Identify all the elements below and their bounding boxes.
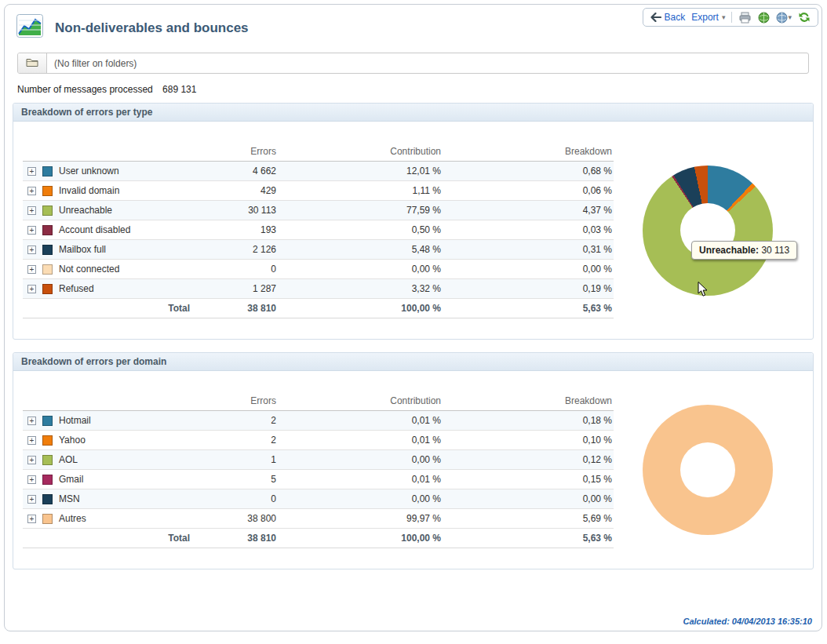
panel-errors-per-type: Breakdown of errors per type Errors Cont… <box>13 103 814 340</box>
globe-icon[interactable]: ▾ <box>776 12 792 24</box>
row-label: Refused <box>59 283 94 294</box>
errors-per-type-table: Errors Contribution Breakdown +User unkn… <box>23 142 614 318</box>
series-color-swatch <box>42 225 53 235</box>
panel-errors-per-domain: Breakdown of errors per domain Errors Co… <box>13 352 814 569</box>
row-label: Yahoo <box>59 435 86 446</box>
contribution-value: 99,97 % <box>278 509 443 529</box>
expand-icon[interactable]: + <box>27 475 36 484</box>
breakdown-value: 0,03 % <box>443 220 614 240</box>
expand-icon[interactable]: + <box>27 456 36 464</box>
row-label: Autres <box>59 513 86 524</box>
expand-icon[interactable]: + <box>27 285 36 293</box>
top-toolbar: Back Export ▾ ▾ <box>643 8 818 27</box>
table-row: +AOL 1 0,00 % 0,12 % <box>23 450 614 470</box>
chart-tooltip-label: Unreachable: <box>699 245 759 256</box>
table-row: +Mailbox full 2 126 5,48 % 0,31 % <box>23 240 614 260</box>
series-color-swatch <box>42 166 53 176</box>
series-color-swatch <box>42 514 53 524</box>
series-color-swatch <box>42 206 53 216</box>
column-header-name <box>23 391 191 411</box>
column-header-errors: Errors <box>191 391 278 411</box>
contribution-value: 5,48 % <box>278 240 443 260</box>
expand-icon[interactable]: + <box>27 265 36 274</box>
breakdown-value: 4,37 % <box>443 201 614 220</box>
expand-icon[interactable]: + <box>27 436 36 445</box>
total-row: Total 38 810 100,00 % 5,63 % <box>23 299 614 318</box>
series-color-swatch <box>42 435 53 446</box>
expand-icon[interactable]: + <box>27 246 36 254</box>
errors-value: 2 <box>191 431 278 450</box>
contribution-value: 0,01 % <box>278 431 443 450</box>
back-arrow-icon <box>650 13 661 22</box>
series-color-swatch <box>42 494 53 504</box>
breakdown-value: 0,10 % <box>443 431 614 450</box>
column-header-breakdown: Breakdown <box>443 391 614 411</box>
row-label: Invalid domain <box>59 185 119 196</box>
expand-icon[interactable]: + <box>27 187 36 195</box>
errors-value: 2 126 <box>191 240 278 260</box>
print-icon[interactable] <box>738 12 752 24</box>
row-label: Gmail <box>59 474 83 485</box>
back-label: Back <box>665 12 686 23</box>
folder-filter-text: (No filter on folders) <box>47 58 137 69</box>
breakdown-value: 0,15 % <box>443 470 614 489</box>
total-contribution: 100,00 % <box>278 529 443 548</box>
chevron-down-icon: ▾ <box>722 13 726 21</box>
report-page: Non-deliverables and bounces Back Export… <box>4 4 822 631</box>
expand-icon[interactable]: + <box>27 515 36 523</box>
errors-per-domain-table: Errors Contribution Breakdown +Hotmail 2… <box>23 391 614 548</box>
expand-icon[interactable]: + <box>27 206 36 215</box>
table-header-row: Errors Contribution Breakdown <box>23 142 614 162</box>
breakdown-value: 0,31 % <box>443 240 614 260</box>
table-row: +Unreachable 30 113 77,59 % 4,37 % <box>23 201 614 220</box>
breakdown-value: 0,68 % <box>443 162 614 181</box>
folder-button[interactable] <box>18 53 47 73</box>
errors-per-domain-donut-chart[interactable] <box>643 405 773 535</box>
export-label: Export <box>691 12 719 23</box>
panel-errors-per-type-title: Breakdown of errors per type <box>13 104 813 122</box>
refresh-icon[interactable] <box>798 11 811 24</box>
series-color-swatch <box>42 455 53 465</box>
series-color-swatch <box>42 245 53 255</box>
chart-tooltip-value: 30 113 <box>761 245 789 256</box>
expand-icon[interactable]: + <box>27 417 36 425</box>
errors-per-type-chart-area: Unreachable: 30 113 <box>614 142 802 318</box>
back-button[interactable]: Back <box>650 12 686 23</box>
contribution-value: 0,00 % <box>278 260 443 279</box>
table-row: +Hotmail 2 0,01 % 0,18 % <box>23 411 614 431</box>
table-row: +Not connected 0 0,00 % 0,00 % <box>23 260 614 279</box>
expand-icon[interactable]: + <box>27 495 36 504</box>
chart-tooltip: Unreachable: 30 113 <box>691 241 797 260</box>
row-label: Mailbox full <box>59 244 106 255</box>
errors-per-type-donut-chart[interactable] <box>643 166 773 296</box>
export-menu-button[interactable]: Export ▾ <box>691 12 725 23</box>
column-header-breakdown: Breakdown <box>443 142 614 162</box>
expand-icon[interactable]: + <box>27 226 36 235</box>
messages-processed-value: 689 131 <box>162 84 196 95</box>
row-label: MSN <box>59 493 80 504</box>
row-label: Unreachable <box>59 205 112 216</box>
folder-icon <box>26 57 38 70</box>
chevron-down-icon: ▾ <box>788 13 792 21</box>
contribution-value: 0,00 % <box>278 450 443 470</box>
toolbar-separator <box>731 12 732 23</box>
series-color-swatch <box>42 186 53 196</box>
table-row: +Gmail 5 0,01 % 0,15 % <box>23 470 614 489</box>
table-row: +Refused 1 287 3,32 % 0,19 % <box>23 279 614 299</box>
table-row: +Yahoo 2 0,01 % 0,10 % <box>23 431 614 450</box>
total-errors: 38 810 <box>191 529 278 548</box>
row-label: Hotmail <box>59 415 91 426</box>
expand-icon[interactable]: + <box>27 167 36 176</box>
row-label: Account disabled <box>59 224 130 235</box>
globe-green-icon[interactable] <box>758 12 770 24</box>
breakdown-value: 5,69 % <box>443 509 614 529</box>
total-breakdown: 5,63 % <box>443 299 614 318</box>
panel-errors-per-type-body: Errors Contribution Breakdown +User unkn… <box>13 122 813 339</box>
series-color-swatch <box>42 475 53 485</box>
column-header-contribution: Contribution <box>278 391 443 411</box>
total-label: Total <box>23 529 191 548</box>
row-label: Not connected <box>59 264 119 275</box>
table-row: +Invalid domain 429 1,11 % 0,06 % <box>23 181 614 201</box>
folder-filter[interactable]: (No filter on folders) <box>17 53 809 74</box>
errors-value: 1 <box>191 450 278 470</box>
